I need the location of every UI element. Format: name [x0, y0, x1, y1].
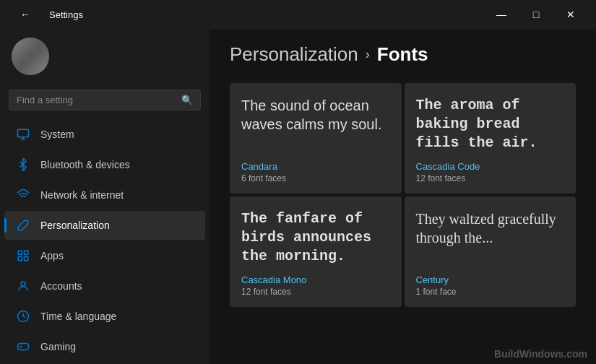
- breadcrumb-separator: ›: [366, 47, 370, 62]
- titlebar-left: ← Settings: [9, 3, 83, 26]
- breadcrumb-parent: Personalization: [230, 43, 358, 66]
- sidebar: 🔍 System Bluetooth & devices Network & i…: [0, 29, 210, 364]
- gaming-icon: [16, 339, 30, 354]
- svg-rect-0: [18, 129, 29, 137]
- network-icon: [16, 188, 30, 202]
- apps-icon: [16, 248, 30, 263]
- font-card-candara[interactable]: The sound of ocean waves calms my soul. …: [230, 83, 402, 194]
- font-preview-candara: The sound of ocean waves calms my soul.: [241, 96, 390, 152]
- svg-rect-3: [18, 257, 22, 261]
- clock-icon: [16, 309, 30, 324]
- sidebar-item-gaming[interactable]: Gaming: [4, 332, 205, 361]
- font-count-century: 1 font face: [416, 287, 565, 297]
- font-card-century[interactable]: They waltzed gracefully through the... C…: [405, 196, 576, 307]
- back-button[interactable]: ←: [9, 3, 42, 26]
- sidebar-profile: [0, 29, 210, 84]
- maximize-button[interactable]: □: [519, 3, 553, 26]
- minimize-button[interactable]: —: [485, 3, 518, 26]
- fonts-grid: The sound of ocean waves calms my soul. …: [230, 83, 576, 307]
- svg-point-5: [21, 282, 25, 286]
- breadcrumb-current: Fonts: [377, 43, 428, 66]
- sidebar-item-time[interactable]: Time & language: [4, 302, 205, 331]
- app-title: Settings: [49, 9, 83, 20]
- svg-rect-2: [25, 251, 28, 254]
- sidebar-item-bluetooth[interactable]: Bluetooth & devices: [4, 150, 205, 179]
- sidebar-item-system[interactable]: System: [4, 120, 205, 149]
- titlebar: ← Settings — □ ✕: [0, 0, 596, 29]
- font-preview-cascadia-mono: The fanfare of birds announces the morni…: [241, 209, 390, 266]
- window-controls: — □ ✕: [485, 3, 587, 26]
- sidebar-item-accounts[interactable]: Accounts: [4, 272, 205, 300]
- font-preview-cascadia-code: The aroma of baking bread fills the air.: [416, 96, 565, 152]
- font-count-cascadia-code: 12 font faces: [416, 173, 565, 183]
- sidebar-item-network[interactable]: Network & internet: [4, 181, 205, 209]
- font-count-candara: 6 font faces: [241, 173, 390, 183]
- search-box: 🔍: [9, 90, 201, 110]
- monitor-icon: [16, 127, 30, 142]
- sidebar-item-personalization[interactable]: Personalization: [4, 211, 205, 240]
- font-name-century: Century: [416, 274, 565, 285]
- font-card-cascadia-mono[interactable]: The fanfare of birds announces the morni…: [230, 196, 402, 307]
- svg-rect-4: [25, 257, 28, 261]
- close-button[interactable]: ✕: [554, 3, 587, 26]
- search-icon: 🔍: [181, 95, 193, 105]
- svg-rect-1: [18, 251, 22, 254]
- avatar: [12, 38, 49, 75]
- brush-icon: [16, 218, 30, 233]
- content-area: Personalization › Fonts The sound of oce…: [210, 29, 596, 364]
- font-count-cascadia-mono: 12 font faces: [241, 287, 390, 297]
- font-name-cascadia-code: Cascadia Code: [416, 161, 565, 172]
- main-layout: 🔍 System Bluetooth & devices Network & i…: [0, 29, 596, 364]
- bluetooth-icon: [16, 157, 30, 172]
- svg-rect-7: [18, 344, 29, 350]
- font-preview-century: They waltzed gracefully through the...: [416, 209, 565, 266]
- breadcrumb: Personalization › Fonts: [230, 43, 576, 66]
- account-icon: [16, 279, 30, 293]
- font-name-cascadia-mono: Cascadia Mono: [241, 274, 390, 285]
- search-input[interactable]: [17, 95, 176, 105]
- font-name-candara: Candara: [241, 161, 390, 172]
- font-card-cascadia-code[interactable]: The aroma of baking bread fills the air.…: [405, 83, 576, 194]
- sidebar-item-apps[interactable]: Apps: [4, 241, 205, 270]
- search-container: 🔍: [0, 90, 210, 110]
